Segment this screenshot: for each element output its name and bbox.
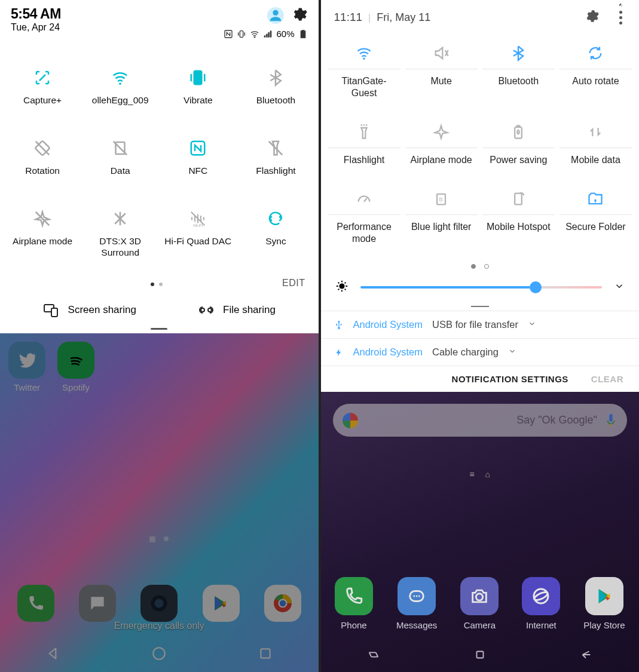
label: Screen sharing (68, 304, 136, 316)
qs-mobile-data[interactable]: Mobile data (559, 116, 632, 180)
svg-rect-26 (517, 125, 520, 127)
home-screen[interactable]: Twitter Spotify Emergency calls only (0, 333, 319, 672)
settings-icon[interactable] (584, 8, 600, 26)
page-indicator: EDIT (0, 279, 319, 290)
mini-status-icons: 60% (224, 29, 307, 39)
drag-handle[interactable] (151, 328, 167, 330)
google-search-bar[interactable]: Say "Ok Google" (333, 404, 628, 437)
status-bar: 11:11 | Fri, May 11 2 (321, 0, 640, 35)
notification-usb[interactable]: Android System USB for file transfer (321, 311, 640, 338)
qs-bluetooth[interactable]: Bluetooth (482, 37, 555, 113)
qs-bluetooth[interactable]: Bluetooth (237, 67, 314, 138)
qs-secure-folder[interactable]: Secure Folder (559, 183, 632, 259)
notification-actions: NOTIFICATION SETTINGS CLEAR (321, 366, 640, 392)
notification-settings-button[interactable]: NOTIFICATION SETTINGS (452, 374, 568, 384)
qs-airplane[interactable]: Airplane mode (405, 116, 478, 180)
notif-app: Android System (353, 319, 423, 330)
nav-bar (0, 637, 319, 672)
bolt-icon (334, 347, 344, 358)
label: Secure Folder (564, 215, 627, 247)
qs-flashlight[interactable]: Flashlight (328, 116, 400, 180)
nav-home[interactable] (151, 646, 167, 664)
qs-power-saving[interactable]: Power saving (482, 116, 555, 180)
svg-rect-29 (515, 193, 522, 204)
search-hint: Say "Ok Google" (365, 414, 598, 426)
qs-hotspot[interactable]: Mobile Hotspot (482, 183, 555, 259)
chevron-down-icon[interactable] (528, 319, 536, 330)
label: Camera (464, 620, 496, 630)
label: Blue light filter (410, 215, 473, 247)
qs-airplane[interactable]: Airplane mode (4, 208, 81, 279)
label: Data (111, 165, 130, 177)
dock (0, 585, 319, 622)
svg-rect-5 (302, 30, 304, 30)
dock-camera[interactable] (140, 585, 178, 622)
qs-dtsx[interactable]: DTS:X 3D Surround (81, 208, 159, 279)
screen-sharing-button[interactable]: Screen sharing (43, 303, 136, 317)
qs-performance[interactable]: Performance mode (328, 183, 400, 259)
brightness-slider[interactable] (360, 286, 603, 289)
settings-icon[interactable] (291, 6, 308, 25)
battery-icon (298, 29, 308, 39)
dock-phone[interactable] (17, 585, 54, 622)
nav-recents[interactable] (258, 646, 273, 664)
label: File sharing (223, 304, 276, 316)
dock-messages[interactable] (79, 585, 116, 622)
svg-point-6 (119, 82, 121, 85)
dock-messages[interactable]: Messages (396, 577, 437, 630)
battery-percent: 60% (276, 29, 294, 39)
qs-auto-rotate[interactable]: Auto rotate (559, 37, 632, 113)
file-sharing-button[interactable]: File sharing (198, 303, 276, 317)
label: Spotify (62, 382, 90, 392)
qs-capture-plus[interactable]: Capture+ (4, 67, 81, 138)
label: ollehEgg_009 (92, 95, 149, 106)
clear-button[interactable]: CLEAR (591, 374, 623, 384)
qs-wifi[interactable]: ollehEgg_009 (81, 67, 159, 138)
qs-sync[interactable]: Sync (237, 208, 314, 279)
dock-chrome[interactable] (264, 585, 301, 622)
qs-blue-light[interactable]: BBlue light filter (405, 183, 478, 259)
qs-mute[interactable]: Mute (405, 37, 478, 113)
dock-camera[interactable]: Camera (460, 577, 499, 630)
nav-recents[interactable] (366, 648, 381, 664)
svg-text:Hi-Fi: Hi-Fi (194, 223, 203, 228)
label: Mute (429, 69, 453, 102)
label: Performance mode (328, 215, 400, 259)
svg-point-34 (413, 596, 415, 597)
drag-handle[interactable] (471, 306, 489, 307)
svg-rect-2 (240, 30, 243, 37)
qs-vibrate[interactable]: Vibrate (159, 67, 237, 138)
nav-back[interactable] (579, 648, 593, 664)
qs-nfc[interactable]: NFC (159, 138, 237, 208)
usb-icon (334, 320, 344, 330)
nav-home[interactable] (473, 648, 487, 664)
dock-internet[interactable]: Internet (522, 577, 560, 630)
app-spotify[interactable]: Spotify (57, 342, 94, 392)
home-page-dots (0, 536, 319, 542)
notification-charging[interactable]: Android System Cable charging (321, 338, 640, 366)
app-twitter[interactable]: Twitter (8, 342, 45, 392)
label: Mobile Hotspot (485, 215, 552, 247)
qs-flashlight[interactable]: Flashlight (237, 138, 314, 208)
dock-play-store[interactable]: Play Store (583, 577, 625, 630)
brightness-slider-row (321, 277, 640, 303)
svg-point-36 (418, 596, 420, 597)
dock-phone[interactable]: Phone (335, 577, 373, 630)
qs-wifi[interactable]: TitanGate-Guest (328, 37, 400, 113)
qs-data[interactable]: Data (81, 138, 159, 208)
svg-rect-23 (261, 649, 270, 658)
status-bar: 5:54 AM Tue, Apr 24 60% (0, 0, 319, 53)
qs-hifi-dac[interactable]: Hi-FiHi-Fi Quad DAC (159, 208, 237, 279)
nav-back[interactable] (45, 646, 61, 664)
quick-settings-panel: Capture+ ollehEgg_009 Vibrate Bluetooth … (0, 53, 319, 333)
edit-button[interactable]: EDIT (282, 278, 305, 289)
svg-point-15 (208, 308, 212, 312)
chevron-down-icon[interactable] (508, 346, 516, 358)
home-page-dots: ≡⌂ (321, 470, 640, 479)
profile-icon[interactable] (267, 7, 284, 24)
dock-play-store[interactable] (203, 585, 240, 622)
home-screen[interactable]: Say "Ok Google" ≡⌂ Phone Messages Camera… (321, 392, 640, 672)
expand-brightness-icon[interactable] (614, 281, 625, 294)
overflow-menu-icon[interactable]: 2 (615, 10, 626, 25)
qs-rotation[interactable]: Rotation (4, 138, 81, 208)
